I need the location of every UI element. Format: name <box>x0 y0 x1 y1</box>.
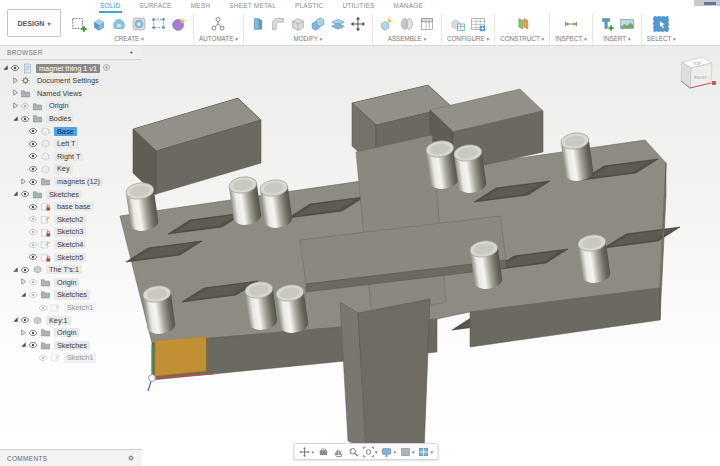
press-pull-icon[interactable] <box>249 15 267 33</box>
eye-icon[interactable] <box>28 290 39 300</box>
shell-icon[interactable] <box>289 15 307 33</box>
fillet-icon[interactable] <box>269 15 287 33</box>
eye-icon[interactable] <box>20 315 31 325</box>
configuration-icon[interactable] <box>449 15 467 33</box>
insert-derive-icon[interactable] <box>598 15 616 33</box>
eye-icon[interactable] <box>28 252 39 262</box>
origin-point[interactable] <box>149 375 156 382</box>
eye-icon[interactable] <box>38 303 49 313</box>
design-menu-button[interactable]: DESIGN ▾ <box>7 9 61 37</box>
display-settings-icon[interactable]: ▾ <box>381 446 397 458</box>
browser-item-document-settings[interactable]: Document Settings <box>0 75 142 88</box>
browser-item-sketches[interactable]: Sketches <box>0 188 142 201</box>
split-body-icon[interactable] <box>329 15 347 33</box>
construct-plane-icon[interactable] <box>513 15 531 33</box>
tab-surface[interactable]: SURFACE <box>139 2 173 13</box>
eye-icon[interactable] <box>28 328 39 338</box>
grid-snaps-icon[interactable]: ▾ <box>399 446 415 458</box>
tab-solid[interactable]: SOLID <box>99 2 122 13</box>
rigid-group-icon[interactable] <box>418 15 436 33</box>
tab-utilities[interactable]: UTILITIES <box>341 2 375 13</box>
eye-icon[interactable] <box>28 240 39 250</box>
revolve-icon[interactable] <box>130 15 148 33</box>
group-label-inspect[interactable]: INSPECT ▾ <box>555 35 587 42</box>
group-label-select[interactable]: SELECT ▾ <box>647 35 676 42</box>
automate-icon[interactable] <box>209 15 227 33</box>
group-label-assemble[interactable]: ASSEMBLE ▾ <box>388 35 426 42</box>
browser-item-sketch1[interactable]: Sketch1 <box>0 301 142 314</box>
insert-image-icon[interactable] <box>618 15 636 33</box>
activate-component-radio[interactable] <box>102 63 112 73</box>
zoom-icon[interactable] <box>347 446 359 458</box>
arrow-expanded-icon[interactable] <box>12 115 20 123</box>
browser-item-origin[interactable]: Origin <box>0 326 142 339</box>
eye-icon[interactable] <box>20 101 31 111</box>
arrow-collapsed-icon[interactable] <box>12 89 20 97</box>
eye-icon[interactable] <box>28 340 39 350</box>
eye-icon[interactable] <box>20 189 31 199</box>
browser-item-sketches[interactable]: Sketches <box>0 339 142 352</box>
browser-item-bodies[interactable]: Bodies <box>0 112 142 125</box>
tab-sheet-metal[interactable]: SHEET METAL <box>228 2 277 13</box>
browser-item-magnet-thing-1-v1[interactable]: magnet thing 1 v1 <box>0 62 142 75</box>
eye-icon[interactable] <box>38 353 49 363</box>
combine-icon[interactable] <box>309 15 327 33</box>
browser-item-origin[interactable]: Origin <box>0 100 142 113</box>
eye-icon[interactable] <box>28 126 39 136</box>
group-label-construct[interactable]: CONSTRUCT ▾ <box>500 35 544 42</box>
group-label-insert[interactable]: INSERT ▾ <box>603 35 630 42</box>
browser-item-key[interactable]: Key <box>0 163 142 176</box>
measure-icon[interactable] <box>562 15 580 33</box>
viewports-icon[interactable]: ▾ <box>418 446 434 458</box>
arrow-collapsed-icon[interactable] <box>12 102 20 110</box>
eye-icon[interactable] <box>28 139 39 149</box>
arrow-collapsed-icon[interactable] <box>20 278 28 286</box>
eye-icon[interactable] <box>28 202 39 212</box>
browser-item-left-t[interactable]: Left T <box>0 138 142 151</box>
browser-item-base[interactable]: Base <box>0 125 142 138</box>
arrow-expanded-icon[interactable] <box>12 266 20 274</box>
eye-icon[interactable] <box>20 114 31 124</box>
eye-icon[interactable] <box>28 164 39 174</box>
browser-item-sketch5[interactable]: Sketch5 <box>0 251 142 264</box>
arrow-collapsed-icon[interactable] <box>20 329 28 337</box>
move-copy-icon[interactable] <box>349 15 367 33</box>
arrow-collapsed-icon[interactable] <box>12 77 20 85</box>
group-label-configure[interactable]: CONFIGURE ▾ <box>447 35 489 42</box>
tab-mesh[interactable]: MESH <box>190 2 212 13</box>
joint-icon[interactable] <box>398 15 416 33</box>
group-label-modify[interactable]: MODIFY ▾ <box>293 35 322 42</box>
eye-icon[interactable] <box>28 227 39 237</box>
browser-item-magnets-12[interactable]: magnets (12) <box>0 175 142 188</box>
eye-icon[interactable] <box>10 63 21 73</box>
browser-item-sketch4[interactable]: Sketch4 <box>0 238 142 251</box>
tab-plastic[interactable]: PLASTIC <box>294 2 325 13</box>
model-key-bar[interactable] <box>340 299 430 453</box>
eye-icon[interactable] <box>28 277 39 287</box>
sculpt-icon[interactable] <box>170 15 188 33</box>
fit-icon[interactable]: ▾ <box>362 446 378 458</box>
arrow-collapsed-icon[interactable] <box>20 178 28 186</box>
arrow-expanded-icon[interactable] <box>12 316 20 324</box>
browser-item-named-views[interactable]: Named Views <box>0 87 142 100</box>
configuration-table-icon[interactable] <box>469 15 487 33</box>
eye-icon[interactable] <box>28 214 39 224</box>
comments-gear-icon[interactable] <box>127 454 135 463</box>
form-icon[interactable] <box>110 15 128 33</box>
look-at-icon[interactable] <box>317 446 329 458</box>
arrow-expanded-icon[interactable] <box>12 190 20 198</box>
box-icon[interactable] <box>150 15 168 33</box>
browser-item-sketch3[interactable]: Sketch3 <box>0 226 142 239</box>
browser-item-key-1[interactable]: Key:1 <box>0 314 142 327</box>
eye-icon[interactable] <box>20 265 31 275</box>
view-cube[interactable]: TOP FRONT <box>676 52 718 96</box>
browser-options-icon[interactable] <box>128 49 135 57</box>
arrow-expanded-icon[interactable] <box>20 341 28 349</box>
arrow-expanded-icon[interactable] <box>2 64 10 72</box>
eye-icon[interactable] <box>28 177 39 187</box>
selection-highlight[interactable] <box>155 337 206 376</box>
navigation-icon[interactable]: ▾ <box>298 446 314 458</box>
select-icon[interactable] <box>652 15 670 33</box>
eye-icon[interactable] <box>28 151 39 161</box>
new-component-icon[interactable] <box>378 15 396 33</box>
